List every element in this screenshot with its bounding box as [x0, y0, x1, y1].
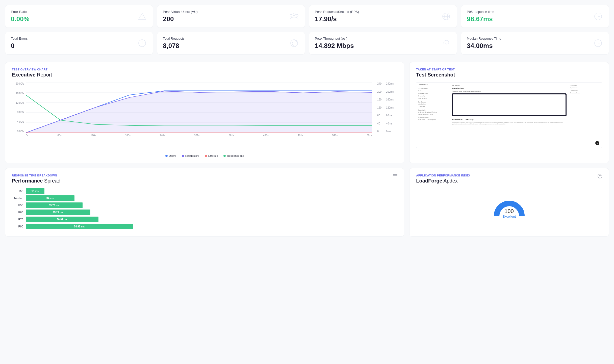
play-icon[interactable] [595, 141, 599, 145]
stat-label: Total Requests [163, 37, 289, 40]
perf-bar-p66: P6645.21 ms [12, 210, 397, 215]
stat-card-total-errors: Total Errors 0 [5, 32, 153, 55]
earth-icon [289, 38, 299, 48]
svg-point-14 [291, 40, 298, 47]
stat-label: Total Errors [11, 37, 137, 40]
stat-label: Peak Throughput (est) [315, 37, 441, 40]
svg-text:?: ? [599, 175, 601, 178]
clock-icon [593, 11, 603, 21]
stat-value: 200 [163, 15, 289, 23]
screenshot-title: Test Screenshot [416, 72, 602, 78]
stat-value: 17.90/s [315, 15, 441, 23]
stat-value: 34.00ms [467, 42, 593, 50]
stat-label: Median Response Time [467, 37, 593, 40]
overview-chart: 0.00/s4.00/s8.00/s12.00/s16.00/s20.00/s … [12, 82, 397, 145]
legend-item[interactable]: Users [165, 154, 176, 157]
stat-value: 8,078 [163, 42, 289, 50]
clock-icon [593, 38, 603, 48]
stat-value: 0 [11, 42, 137, 50]
hamburger-icon[interactable] [393, 174, 397, 178]
apdex-eyebrow: APPLICATION PERFORMANCE INDEX [416, 174, 470, 177]
apdex-label: Excellent [502, 215, 516, 218]
apdex-panel: APPLICATION PERFORMANCE INDEX LoadForge … [409, 168, 609, 237]
users-icon [289, 11, 299, 21]
breakdown-panel: RESPONSE TIME BREAKDOWN Performance Spre… [5, 168, 404, 237]
svg-point-1 [142, 18, 142, 19]
svg-point-3 [290, 14, 292, 16]
apdex-title: LoadForge Apdex [416, 178, 470, 184]
download-icon [441, 38, 451, 48]
legend-item[interactable]: Response ms [223, 154, 244, 157]
stat-label: Peak Virtual Users (VU) [163, 10, 289, 14]
stat-card-peak-requests-second-rps-: Peak Requests/Second (RPS) 17.90/s [309, 5, 457, 28]
perf-bar-min: Min13 ms [12, 188, 397, 194]
perf-bar-p90: P9074.95 ms [12, 224, 397, 229]
apdex-value: 100 [502, 208, 516, 215]
test-screenshot-thumb[interactable]: LOADFORGE DocumentationWebsiteTest Examp… [416, 82, 602, 148]
svg-point-4 [296, 14, 298, 16]
stat-label: Peak Requests/Second (RPS) [315, 10, 441, 14]
stat-label: P95 response time [467, 10, 593, 14]
svg-point-13 [142, 45, 142, 45]
stat-card-error-ratio: Error Ratio 0.00% [5, 5, 153, 28]
screenshot-panel: TAKEN AT START OF TEST Test Screenshot L… [409, 62, 609, 163]
legend-item[interactable]: Errors/s [205, 154, 218, 157]
globe-icon [441, 11, 451, 21]
stat-value: 98.67ms [467, 15, 593, 23]
circle-alert-icon [137, 38, 147, 48]
overview-eyebrow: TEST OVERVIEW CHART [12, 68, 397, 71]
stat-card-p95-response-time: P95 response time 98.67ms [461, 5, 609, 28]
breakdown-eyebrow: RESPONSE TIME BREAKDOWN [12, 174, 60, 177]
svg-marker-25 [26, 91, 372, 133]
stat-label: Error Ratio [11, 10, 137, 14]
overview-title: Executive Report [12, 72, 397, 78]
stat-value: 14.892 Mbps [315, 42, 441, 50]
perf-bar-p75: P7550.92 ms [12, 217, 397, 222]
apdex-gauge: 100 Excellent [416, 191, 602, 218]
screenshot-eyebrow: TAKEN AT START OF TEST [416, 68, 602, 71]
alert-icon [137, 11, 147, 21]
stat-card-peak-virtual-users-vu-: Peak Virtual Users (VU) 200 [157, 5, 305, 28]
stat-card-peak-throughput-est-: Peak Throughput (est) 14.892 Mbps [309, 32, 457, 55]
help-icon[interactable]: ? [598, 174, 602, 179]
breakdown-title: Performance Spread [12, 178, 60, 184]
perf-bar-p50: P5039.73 ms [12, 202, 397, 208]
stat-card-median-response-time: Median Response Time 34.00ms [461, 32, 609, 55]
legend-item[interactable]: Requests/s [182, 154, 199, 157]
stat-card-total-requests: Total Requests 8,078 [157, 32, 305, 55]
stat-value: 0.00% [11, 15, 137, 23]
svg-point-2 [293, 13, 295, 16]
overview-chart-panel: TEST OVERVIEW CHART Executive Report 0.0… [5, 62, 404, 163]
perf-bar-median: Median34 ms [12, 195, 397, 201]
